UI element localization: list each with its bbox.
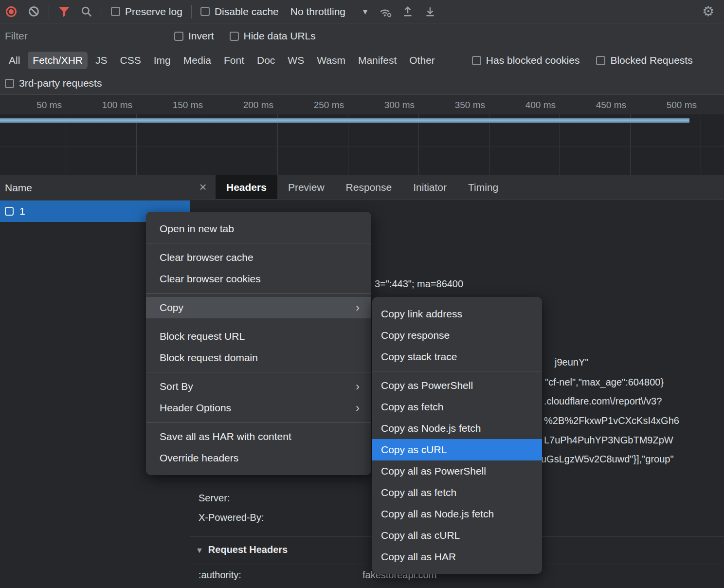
timeline-tick: 100 ms	[66, 95, 137, 114]
menu-separator	[146, 293, 371, 294]
type-filter-wasm[interactable]: Wasm	[312, 52, 350, 69]
disable-cache-checkbox[interactable]: Disable cache	[200, 6, 279, 18]
funnel-icon	[58, 5, 71, 18]
tab-preview[interactable]: Preview	[277, 175, 335, 199]
menu-item-override-headers[interactable]: Override headers	[146, 447, 371, 469]
invert-checkbox[interactable]: Invert	[174, 30, 214, 42]
name-column-header[interactable]: Name	[0, 175, 190, 201]
type-filter-fetch-xhr[interactable]: Fetch/XHR	[28, 52, 88, 69]
tab-initiator[interactable]: Initiator	[402, 175, 457, 199]
search-icon	[80, 5, 93, 18]
menu-item-copy-all-as-curl[interactable]: Copy all as cURL	[372, 525, 542, 546]
header-value-fragment: j9eunY"	[555, 357, 588, 368]
blocked-requests-checkbox[interactable]: Blocked Requests	[596, 55, 692, 66]
network-overview-timeline[interactable]: 50 ms 100 ms 150 ms 200 ms 250 ms 300 ms…	[0, 95, 724, 175]
menu-item-label: Block request URL	[160, 331, 245, 342]
menu-item-copy-as-powershell[interactable]: Copy as PowerShell	[372, 375, 542, 396]
has-blocked-cookies-checkbox[interactable]: Has blocked cookies	[472, 55, 580, 66]
checkbox-icon	[200, 7, 210, 16]
type-filter-media[interactable]: Media	[179, 52, 216, 69]
menu-item-label: Clear browser cookies	[160, 273, 261, 285]
menu-item-copy-as-nodejs-fetch[interactable]: Copy as Node.js fetch	[372, 418, 542, 439]
toolbar-divider	[191, 5, 192, 18]
menu-item-label: Override headers	[160, 452, 238, 464]
menu-item-save-all-as-har[interactable]: Save all as HAR with content	[146, 426, 371, 447]
type-filter-all[interactable]: All	[4, 52, 25, 69]
menu-item-label: Copy response	[381, 330, 450, 341]
hide-data-urls-checkbox[interactable]: Hide data URLs	[230, 30, 316, 42]
menu-item-copy[interactable]: Copy ›	[146, 297, 371, 318]
record-button[interactable]	[0, 1, 22, 22]
menu-item-label: Copy as cURL	[381, 444, 447, 456]
menu-item-label: Copy as fetch	[381, 401, 443, 413]
checkbox-icon	[5, 79, 14, 88]
menu-item-clear-browser-cache[interactable]: Clear browser cache	[146, 247, 371, 268]
menu-item-block-request-domain[interactable]: Block request domain	[146, 347, 371, 368]
header-value-fragment: %2B%2FkxwP1vCXcKsI4xGh6	[544, 415, 679, 426]
close-icon[interactable]: ×	[190, 175, 216, 199]
copy-submenu: Copy link address Copy response Copy sta…	[372, 297, 542, 574]
type-filter-other[interactable]: Other	[404, 52, 440, 69]
menu-item-copy-as-curl[interactable]: Copy as cURL	[372, 439, 542, 460]
menu-item-copy-response[interactable]: Copy response	[372, 325, 542, 346]
search-button[interactable]	[75, 1, 98, 22]
menu-item-clear-browser-cookies[interactable]: Clear browser cookies	[146, 268, 371, 290]
timeline-tick: 150 ms	[137, 95, 207, 114]
request-headers-section-label: Request Headers	[208, 544, 288, 555]
menu-item-label: Copy all as fetch	[381, 487, 456, 498]
throttling-select[interactable]: No throttling ▾	[290, 6, 367, 18]
settings-gear-icon[interactable]: ⚙	[702, 3, 714, 19]
network-toolbar: Preserve log Disable cache No throttling…	[0, 0, 724, 23]
menu-item-label: Copy all as PowerShell	[381, 465, 486, 477]
header-value-fragment: uGsLgzW5v2C8uwd"}],"group"	[541, 454, 674, 465]
blocked-requests-label: Blocked Requests	[610, 55, 692, 66]
export-har-button[interactable]	[419, 1, 441, 22]
menu-item-copy-stack-trace[interactable]: Copy stack trace	[372, 346, 542, 368]
network-conditions-button[interactable]	[374, 1, 397, 22]
menu-item-copy-all-as-har[interactable]: Copy all as HAR	[372, 546, 542, 568]
menu-item-label: Copy link address	[381, 308, 462, 320]
download-icon	[424, 5, 436, 18]
type-filter-font[interactable]: Font	[219, 52, 249, 69]
preserve-log-checkbox[interactable]: Preserve log	[111, 6, 182, 18]
upload-icon	[401, 5, 414, 18]
submenu-arrow-icon: ›	[356, 401, 360, 415]
checkbox-icon	[111, 7, 120, 16]
type-filter-manifest[interactable]: Manifest	[353, 52, 401, 69]
menu-item-copy-all-as-fetch[interactable]: Copy all as fetch	[372, 482, 542, 503]
has-blocked-cookies-label: Has blocked cookies	[486, 55, 580, 66]
menu-item-open-in-new-tab[interactable]: Open in new tab	[146, 218, 371, 239]
type-filter-css[interactable]: CSS	[115, 52, 146, 69]
menu-item-copy-all-as-nodejs-fetch[interactable]: Copy all as Node.js fetch	[372, 503, 542, 525]
menu-item-copy-all-as-powershell[interactable]: Copy all as PowerShell	[372, 460, 542, 482]
filter-input[interactable]	[5, 30, 165, 42]
menu-item-copy-as-fetch[interactable]: Copy as fetch	[372, 396, 542, 418]
checkbox-icon	[174, 32, 183, 41]
type-filter-img[interactable]: Img	[149, 52, 176, 69]
menu-item-copy-link-address[interactable]: Copy link address	[372, 303, 542, 325]
menu-item-sort-by[interactable]: Sort By ›	[146, 376, 371, 397]
request-headers-section-toggle[interactable]: ▼Request Headers	[196, 544, 288, 555]
third-party-requests-checkbox[interactable]: 3rd-party requests	[5, 77, 102, 89]
type-filter-ws[interactable]: WS	[283, 52, 309, 69]
header-name-x-powered-by: X-Powered-By:	[199, 512, 264, 523]
import-har-button[interactable]	[397, 1, 419, 22]
tab-timing[interactable]: Timing	[457, 175, 509, 199]
menu-separator	[146, 372, 371, 372]
header-value-fragment: "cf-nel","max_age":604800}	[545, 377, 664, 388]
menu-item-label: Clear browser cache	[160, 252, 253, 263]
clear-button[interactable]	[22, 1, 45, 22]
menu-item-label: Sort By	[160, 381, 193, 392]
menu-item-header-options[interactable]: Header Options ›	[146, 397, 371, 419]
row-checkbox[interactable]	[5, 207, 14, 216]
menu-item-label: Open in new tab	[160, 223, 234, 235]
type-filter-js[interactable]: JS	[90, 52, 112, 69]
filter-toggle-button[interactable]	[53, 1, 75, 22]
timeline-ruler: 50 ms 100 ms 150 ms 200 ms 250 ms 300 ms…	[0, 95, 724, 114]
type-filter-doc[interactable]: Doc	[252, 52, 280, 69]
timeline-tick: 500 ms	[631, 95, 701, 114]
tab-headers[interactable]: Headers	[216, 175, 277, 199]
timeline-tick: 450 ms	[560, 95, 631, 114]
tab-response[interactable]: Response	[335, 175, 403, 199]
menu-item-block-request-url[interactable]: Block request URL	[146, 326, 371, 347]
